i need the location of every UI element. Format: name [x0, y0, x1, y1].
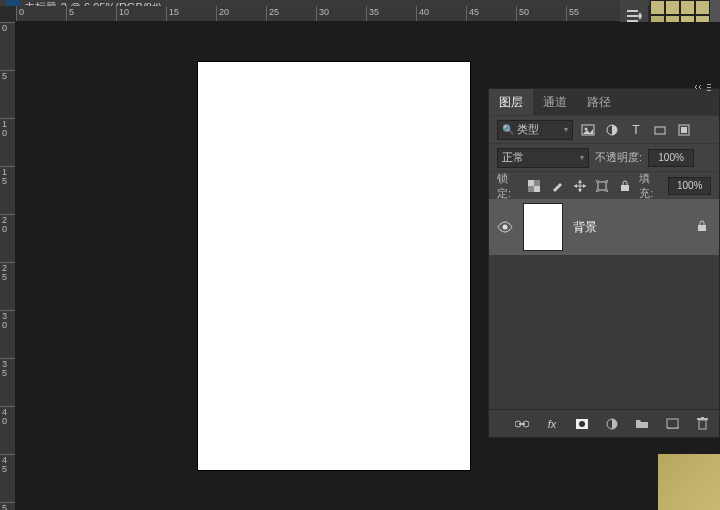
search-icon: 🔍	[502, 124, 514, 135]
svg-rect-1	[627, 15, 638, 17]
fx-icon[interactable]: fx	[543, 415, 561, 433]
tab-layers[interactable]: 图层	[489, 89, 533, 115]
filter-smart-icon[interactable]	[675, 121, 693, 139]
svg-rect-0	[627, 10, 638, 12]
lock-row: 锁定: 填充: 100%	[489, 171, 719, 199]
svg-rect-3	[707, 84, 711, 85]
filter-label: 类型	[517, 122, 539, 137]
svg-rect-5	[707, 90, 711, 91]
filter-shape-icon[interactable]	[651, 121, 669, 139]
svg-rect-4	[707, 87, 711, 88]
link-layers-icon[interactable]	[513, 415, 531, 433]
svg-rect-16	[598, 182, 606, 190]
panel-footer: fx	[489, 409, 719, 437]
blend-mode-select[interactable]: 正常 ▾	[497, 148, 589, 168]
svg-rect-19	[698, 225, 706, 231]
bottom-thumbnail	[658, 454, 720, 510]
svg-point-24	[579, 421, 585, 427]
artboard[interactable]	[198, 62, 470, 470]
layers-panel: 图层 通道 路径 🔍 类型 ▾ T 正常 ▾ 不透明度: 100% 锁定: 填充…	[488, 88, 720, 438]
panel-tabs: 图层 通道 路径	[489, 89, 719, 115]
layer-row[interactable]: 背景	[489, 199, 719, 255]
ruler-vertical[interactable]: 051 01 52 02 53 03 54 04 55 0	[0, 22, 16, 510]
lock-transparency-icon[interactable]	[526, 177, 543, 195]
fill-label: 填充:	[639, 171, 662, 201]
filter-row: 🔍 类型 ▾ T	[489, 115, 719, 143]
svg-rect-17	[621, 185, 629, 191]
filter-adjust-icon[interactable]	[603, 121, 621, 139]
tab-channels[interactable]: 通道	[533, 89, 577, 115]
lock-artboard-icon[interactable]	[594, 177, 611, 195]
svg-rect-12	[528, 180, 534, 186]
ruler-horizontal[interactable]: 0510152025303540455055	[16, 6, 620, 22]
chevron-down-icon: ▾	[564, 125, 568, 134]
svg-rect-9	[655, 127, 665, 134]
opacity-input[interactable]: 100%	[648, 149, 694, 167]
fill-input[interactable]: 100%	[668, 177, 711, 195]
lock-all-icon[interactable]	[617, 177, 634, 195]
blend-row: 正常 ▾ 不透明度: 100%	[489, 143, 719, 171]
svg-rect-28	[697, 418, 708, 420]
svg-rect-22	[519, 423, 525, 425]
filter-type-icon[interactable]: T	[627, 121, 645, 139]
svg-rect-27	[699, 420, 706, 429]
lock-label: 锁定:	[497, 171, 520, 201]
svg-rect-14	[534, 180, 540, 186]
adjustment-layer-icon[interactable]	[603, 415, 621, 433]
lock-position-icon[interactable]	[571, 177, 588, 195]
group-icon[interactable]	[633, 415, 651, 433]
lock-icon	[697, 220, 711, 234]
new-layer-icon[interactable]	[663, 415, 681, 433]
svg-rect-11	[681, 127, 687, 133]
opacity-label: 不透明度:	[595, 150, 642, 165]
layer-filter-select[interactable]: 🔍 类型 ▾	[497, 120, 573, 140]
svg-rect-29	[701, 417, 704, 418]
svg-rect-15	[528, 186, 534, 192]
lock-pixels-icon[interactable]	[549, 177, 566, 195]
trash-icon[interactable]	[693, 415, 711, 433]
filter-pixel-icon[interactable]	[579, 121, 597, 139]
visibility-toggle-icon[interactable]	[497, 219, 513, 235]
panel-collapse-icon[interactable]	[695, 83, 715, 95]
layer-thumbnail[interactable]	[523, 203, 563, 251]
layer-list: 背景	[489, 199, 719, 409]
svg-point-18	[503, 225, 508, 230]
layer-mask-icon[interactable]	[573, 415, 591, 433]
svg-rect-26	[667, 419, 678, 428]
tab-paths[interactable]: 路径	[577, 89, 621, 115]
layer-name[interactable]: 背景	[573, 219, 687, 236]
chevron-down-icon: ▾	[580, 153, 584, 162]
svg-rect-13	[534, 186, 540, 192]
